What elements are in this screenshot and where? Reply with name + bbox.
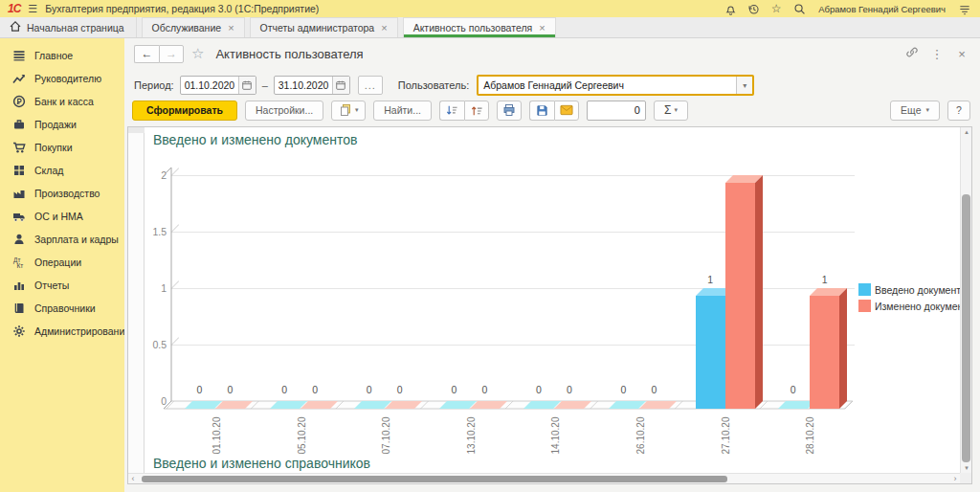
bar-value-label: 0	[559, 384, 580, 395]
scroll-up-icon[interactable]: ▴	[961, 127, 972, 137]
zero-marker-Изменено документов	[215, 401, 255, 410]
dropdown-caret-icon: ▾	[925, 106, 929, 114]
bar-value-label: 1	[814, 274, 835, 285]
generate-button[interactable]: Сформировать	[132, 101, 237, 121]
user-combobox[interactable]: Абрамов Геннадий Сергеевич ▾	[477, 75, 754, 96]
spreadsheet-row-header-strip	[128, 127, 145, 473]
sidebar-item-производство[interactable]: Производство	[0, 182, 124, 205]
legend-item: Изменено документов	[858, 300, 960, 312]
tab-3[interactable]: Активность пользователя×	[403, 17, 556, 37]
bar-value-label: 0	[359, 384, 380, 395]
get-link-icon[interactable]	[903, 46, 921, 61]
tab-bar: Начальная страница Обслуживание×Отчеты а…	[0, 17, 980, 38]
scroll-right-icon[interactable]: ›	[950, 474, 960, 484]
period-from-input[interactable]: 01.10.2020	[181, 77, 238, 94]
sidebar-item-label: Операции	[34, 257, 81, 268]
y-axis-tick-label: 1	[145, 282, 167, 294]
current-user[interactable]: Абрамов Геннадий Сергеевич	[818, 4, 946, 14]
sort-ascending-button[interactable]	[464, 101, 489, 121]
forward-button[interactable]: →	[159, 45, 184, 63]
sidebar-item-label: Руководителю	[34, 73, 101, 84]
sidebar-item-администрирование[interactable]: Администрирование	[0, 320, 124, 343]
sidebar-item-label: Справочники	[34, 302, 96, 314]
tab-close-icon[interactable]: ×	[381, 22, 387, 34]
horizontal-scrollbar-thumb[interactable]	[142, 476, 727, 482]
sidebar-item-руководителю[interactable]: Руководителю	[0, 67, 124, 90]
tab-close-icon[interactable]: ×	[539, 22, 545, 34]
book-icon	[12, 302, 26, 315]
tab-1[interactable]: Обслуживание×	[142, 17, 245, 37]
search-icon[interactable]	[791, 2, 807, 15]
home-tab[interactable]: Начальная страница	[0, 17, 137, 37]
main-menu-icon[interactable]: ☰	[28, 4, 37, 14]
title-bar: 1С ☰ Бухгалтерия предприятия, редакция 3…	[0, 0, 980, 17]
sections-panel: ГлавноеРуководителюБанк и кассаПродажиПо…	[0, 38, 124, 492]
sidebar-item-банк-и-касса[interactable]: Банк и касса	[0, 90, 124, 113]
period-options-button[interactable]: ...	[358, 76, 383, 95]
tab-2[interactable]: Отчеты администратора×	[250, 17, 398, 37]
user-label: Пользователь:	[398, 79, 469, 91]
x-axis-tick-label: 28.10.20	[805, 417, 815, 474]
bar-value-label: 0	[644, 384, 665, 395]
sidebar-item-label: Покупки	[34, 142, 73, 153]
sidebar-item-ос-и-нма[interactable]: ОС и НМА	[0, 205, 124, 228]
horizontal-scrollbar[interactable]: ‹ ›	[128, 473, 960, 483]
report-toolbar: Сформировать Настройки... ▾ Найти...	[124, 98, 980, 123]
scroll-left-icon[interactable]: ‹	[128, 474, 138, 484]
sidebar-item-склад[interactable]: Склад	[0, 159, 124, 182]
sidebar-item-зарплата-и-кадры[interactable]: Зарплата и кадры	[0, 228, 124, 251]
settings-button[interactable]: Настройки...	[245, 101, 323, 121]
barchart-icon	[12, 279, 26, 292]
more-actions-button[interactable]: Еще ▾	[890, 101, 940, 121]
svg-text:Кт: Кт	[17, 262, 24, 269]
sidebar-item-главное[interactable]: Главное	[0, 44, 124, 67]
trend-icon	[12, 72, 26, 85]
bar-value-label: 0	[474, 384, 495, 395]
send-email-button[interactable]	[554, 101, 579, 121]
period-to-input[interactable]: 31.10.2020	[275, 77, 332, 94]
sort-descending-button[interactable]	[439, 101, 464, 121]
legend-swatch	[858, 300, 871, 312]
y-axis-tick-label: 0	[145, 395, 167, 407]
more-menu-icon[interactable]: ⋮	[928, 47, 946, 61]
scrollbar-corner	[960, 473, 971, 483]
sidebar-item-покупки[interactable]: Покупки	[0, 136, 124, 159]
combobox-dropdown-icon[interactable]: ▾	[736, 77, 752, 94]
sidebar-item-операции[interactable]: ДтКтОперации	[0, 251, 124, 274]
favorites-star-icon[interactable]: ☆	[768, 2, 784, 15]
report-variants-button[interactable]: ▾	[331, 101, 366, 121]
notifications-bell-icon[interactable]	[723, 2, 738, 15]
close-icon[interactable]: ×	[953, 47, 970, 61]
briefcase-icon	[12, 118, 26, 131]
tab-close-icon[interactable]: ×	[228, 22, 234, 34]
period-from-field: 01.10.2020	[180, 76, 256, 95]
sum-button[interactable]: Σ ▾	[654, 101, 688, 121]
history-icon[interactable]	[746, 2, 761, 15]
calendar-icon[interactable]	[332, 77, 349, 94]
service-settings-icon[interactable]	[957, 2, 972, 15]
cart-icon	[12, 141, 26, 154]
bar-value-label: 1	[700, 274, 721, 285]
favorite-star-icon[interactable]: ☆	[191, 45, 204, 62]
print-button[interactable]	[497, 101, 522, 121]
sidebar-item-справочники[interactable]: Справочники	[0, 297, 124, 320]
sidebar-item-продажи[interactable]: Продажи	[0, 113, 124, 136]
grid-icon	[12, 164, 26, 177]
filter-row: Период: 01.10.2020 – 31.10.2020 ... Поль…	[124, 73, 980, 98]
find-button[interactable]: Найти...	[373, 101, 432, 121]
calendar-icon[interactable]	[238, 77, 256, 94]
sidebar-item-label: Администрирование	[34, 325, 130, 337]
app-title: Бухгалтерия предприятия, редакция 3.0 (1…	[45, 3, 319, 14]
back-button[interactable]: ←	[134, 45, 159, 63]
vertical-scrollbar[interactable]: ▴ ▾	[960, 127, 971, 473]
sidebar-item-отчеты[interactable]: Отчеты	[0, 274, 124, 297]
save-button[interactable]	[529, 101, 554, 121]
sidebar-item-label: Банк и касса	[34, 96, 94, 107]
scroll-down-icon[interactable]: ▾	[961, 463, 972, 473]
help-button[interactable]: ?	[947, 101, 970, 121]
vertical-scrollbar-thumb[interactable]	[962, 194, 970, 462]
zero-marker-Изменено документов	[301, 401, 340, 410]
row-counter-field[interactable]: 0	[587, 101, 646, 121]
sidebar-item-label: Отчеты	[34, 280, 69, 291]
sidebar-item-label: Склад	[34, 165, 63, 176]
